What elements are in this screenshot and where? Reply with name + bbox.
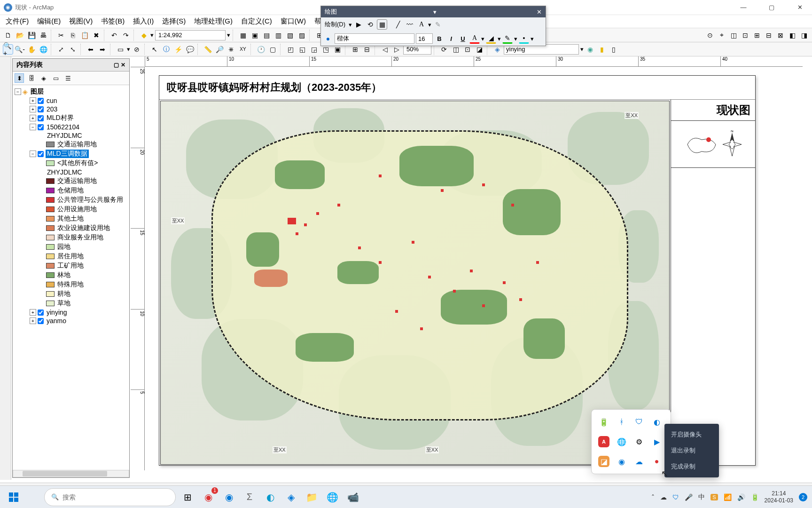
snap9-icon[interactable]: ◨ bbox=[799, 30, 809, 40]
task-browser-icon[interactable]: ◐ bbox=[261, 488, 279, 506]
select-dropdown[interactable]: ▾ bbox=[127, 46, 130, 53]
scale-tool-icon[interactable]: ▦ bbox=[377, 19, 387, 30]
task-edge-icon[interactable]: ◉ bbox=[220, 488, 238, 506]
menu-geoprocessing[interactable]: 地理处理(G) bbox=[194, 17, 233, 26]
full-extent-icon[interactable]: 🌐 bbox=[38, 44, 48, 55]
tree-item[interactable]: 公共管理与公共服务用 bbox=[13, 195, 129, 205]
tray-ime2-icon[interactable]: S bbox=[710, 494, 718, 500]
tree-item[interactable]: 交通运输用地 bbox=[13, 176, 129, 186]
tray-chevron-icon[interactable]: ˄ bbox=[651, 493, 655, 501]
snap-icon[interactable]: ⊙ bbox=[705, 30, 715, 40]
save-icon[interactable]: 💾 bbox=[26, 30, 37, 40]
print-icon[interactable]: 🖶 bbox=[38, 30, 48, 40]
draw-panel-close-icon[interactable]: ✕ bbox=[537, 8, 542, 16]
tree-item[interactable]: ZHYJDLMC bbox=[13, 168, 129, 176]
expand-icon[interactable]: + bbox=[30, 318, 36, 324]
swipe-icon[interactable]: ▮ bbox=[597, 44, 607, 55]
layer-checkbox[interactable] bbox=[38, 98, 44, 104]
list-by-source-icon[interactable]: 🗄 bbox=[27, 73, 36, 83]
snap7-icon[interactable]: ⊠ bbox=[775, 30, 786, 40]
layout-icon1[interactable]: ◰ bbox=[285, 44, 296, 55]
tray-app1-icon[interactable]: ◪ bbox=[598, 456, 609, 467]
marker-color-dropdown[interactable]: ▾ bbox=[531, 35, 534, 42]
tray-ime-icon[interactable]: 中 bbox=[698, 493, 705, 501]
html-popup-icon[interactable]: 💬 bbox=[185, 44, 195, 55]
next-extent-icon[interactable]: ➡ bbox=[97, 44, 108, 55]
font-glyph-icon[interactable]: ● bbox=[323, 33, 333, 44]
tree-item[interactable]: −MLD三调数据 bbox=[13, 149, 129, 159]
italic-button[interactable]: I bbox=[446, 33, 456, 44]
tree-item[interactable]: 农业设施建设用地 bbox=[13, 223, 129, 233]
layer-checkbox[interactable] bbox=[38, 106, 44, 112]
fill-color-button[interactable]: ◢ bbox=[486, 33, 496, 44]
snap6-icon[interactable]: ⊟ bbox=[764, 30, 774, 40]
pan-icon[interactable]: ✋ bbox=[26, 44, 37, 55]
snap2-icon[interactable]: ⌖ bbox=[717, 30, 727, 40]
select-features-icon[interactable]: ▭ bbox=[115, 44, 125, 55]
expand-icon[interactable]: + bbox=[30, 309, 36, 316]
select-tool-icon[interactable]: ▶ bbox=[353, 19, 364, 30]
text-tool-icon[interactable]: A bbox=[416, 19, 427, 30]
undo-icon[interactable]: ↶ bbox=[109, 30, 119, 40]
menu-finish-record[interactable]: 完成录制 bbox=[664, 459, 719, 475]
time-slider-icon[interactable]: 🕐 bbox=[256, 44, 266, 55]
tree-root[interactable]: − ◈ 图层 bbox=[13, 87, 129, 96]
task-explorer-icon[interactable]: ⊞ bbox=[179, 488, 196, 506]
tray-browser-icon[interactable]: 🌐 bbox=[616, 436, 627, 447]
menu-insert[interactable]: 插入(I) bbox=[133, 17, 154, 26]
find-route-icon[interactable]: ⛯ bbox=[226, 44, 236, 55]
toc-title[interactable]: 内容列表 ▢ ✕ bbox=[13, 59, 129, 71]
find-icon[interactable]: 🔎 bbox=[214, 44, 225, 55]
snap3-icon[interactable]: ◫ bbox=[728, 30, 739, 40]
search-window-icon[interactable]: ▥ bbox=[273, 30, 283, 40]
start-button[interactable] bbox=[5, 488, 23, 506]
list-by-selection-icon[interactable]: ▭ bbox=[51, 73, 61, 83]
editor-toolbar-icon[interactable]: ▦ bbox=[238, 30, 248, 40]
scale-dropdown[interactable]: ▾ bbox=[227, 32, 230, 39]
draw-menu-dropdown-icon[interactable]: ▾ bbox=[349, 21, 352, 28]
tree-item[interactable]: +yinying bbox=[13, 308, 129, 317]
tree-item[interactable]: +yanmo bbox=[13, 317, 129, 325]
fixed-zoom-in-icon[interactable]: ⤢ bbox=[56, 44, 66, 55]
tray-bluetooth-icon[interactable]: ᚼ bbox=[616, 416, 627, 428]
tray-media-icon[interactable]: ▶ bbox=[651, 436, 663, 447]
tray-onedrive-icon[interactable]: ☁ bbox=[633, 456, 645, 467]
snap5-icon[interactable]: ⊞ bbox=[752, 30, 762, 40]
rotate-tool-icon[interactable]: ⟲ bbox=[365, 19, 375, 30]
toc-tree[interactable]: − ◈ 图层 +cun+203+MLD村界−150622104ZHYJDLMC交… bbox=[13, 85, 129, 469]
add-data-dropdown[interactable]: ▾ bbox=[150, 32, 154, 39]
expand-icon[interactable]: + bbox=[30, 115, 36, 121]
menu-window[interactable]: 窗口(W) bbox=[281, 17, 306, 26]
layer-checkbox[interactable] bbox=[38, 124, 44, 130]
search-input[interactable] bbox=[62, 493, 169, 501]
tray-cloud-icon[interactable]: ☁ bbox=[660, 493, 667, 501]
add-data-icon[interactable]: ◆ bbox=[139, 30, 149, 40]
delete-icon[interactable]: ✖ bbox=[91, 30, 102, 40]
tray-record-icon[interactable]: ● bbox=[651, 456, 663, 467]
menu-file[interactable]: 文件(F) bbox=[6, 17, 29, 26]
draw-panel-title[interactable]: 绘图 ▾ ✕ bbox=[321, 6, 546, 17]
maximize-button[interactable]: ▢ bbox=[763, 4, 780, 11]
taskbar-clock[interactable]: 21:14 2024-01-03 bbox=[765, 490, 793, 504]
tree-item[interactable]: +203 bbox=[13, 105, 129, 113]
draw-panel-dropdown-icon[interactable]: ▾ bbox=[433, 8, 437, 16]
toc-close-icon[interactable]: ✕ bbox=[121, 62, 125, 68]
line-color-button[interactable]: ✎ bbox=[502, 33, 513, 44]
redo-icon[interactable]: ↷ bbox=[121, 30, 131, 40]
edit-vertices-icon[interactable]: ✎ bbox=[433, 19, 443, 30]
tree-item[interactable]: 工矿用地 bbox=[13, 261, 129, 270]
layout-icon3[interactable]: ◲ bbox=[309, 44, 319, 55]
toc-detach-icon[interactable]: ▢ bbox=[114, 62, 119, 68]
menu-exit-record[interactable]: 退出录制 bbox=[664, 443, 719, 459]
task-app2-icon[interactable]: Σ bbox=[241, 488, 258, 506]
toc-options-icon[interactable]: ☰ bbox=[63, 73, 73, 83]
tree-item[interactable]: +cun bbox=[13, 96, 129, 105]
new-doc-icon[interactable]: 🗋 bbox=[3, 30, 13, 40]
line-color-dropdown[interactable]: ▾ bbox=[514, 35, 517, 42]
expand-icon[interactable]: − bbox=[30, 151, 36, 157]
list-by-drawing-icon[interactable]: ⬍ bbox=[15, 73, 24, 83]
effects-icon[interactable]: ◉ bbox=[585, 44, 595, 55]
font-color-button[interactable]: A bbox=[469, 33, 480, 44]
expand-icon[interactable]: − bbox=[30, 124, 36, 130]
tray-edge-icon[interactable]: ◐ bbox=[651, 416, 663, 428]
